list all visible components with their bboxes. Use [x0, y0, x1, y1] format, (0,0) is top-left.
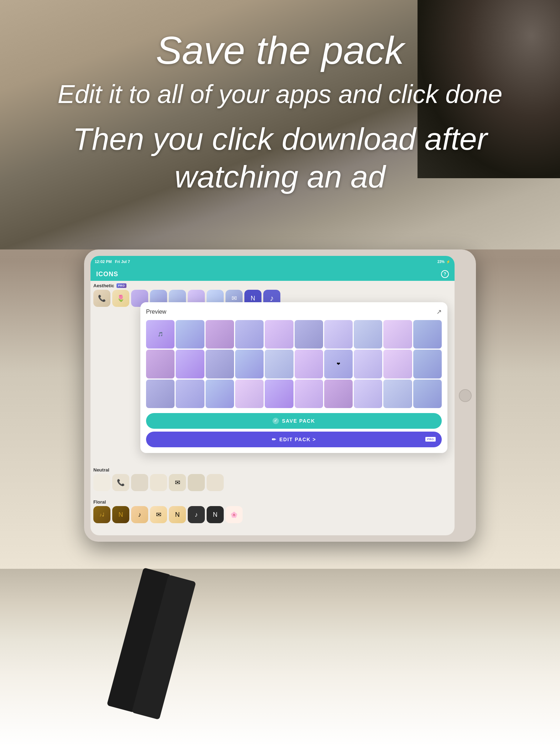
neutral-icon-4[interactable]	[150, 474, 167, 491]
checkmark-icon: ✓	[273, 418, 279, 424]
preview-icon-11[interactable]	[146, 350, 175, 378]
help-icon: ?	[444, 272, 446, 277]
preview-icon-3[interactable]	[206, 320, 234, 349]
save-pack-button[interactable]: ✓ SAVE PACK	[146, 413, 442, 429]
preview-icon-8[interactable]	[354, 320, 382, 349]
preview-icon-17[interactable]: ❤	[324, 350, 353, 378]
preview-icon-30[interactable]	[413, 380, 442, 408]
status-time-date: 12:02 PM Fri Jul 7	[95, 259, 130, 264]
pencil-icon: ✏	[272, 437, 277, 442]
preview-icon-16[interactable]	[295, 350, 323, 378]
status-right: 23% ⚡	[437, 260, 450, 264]
main-title: Save the pack	[21, 29, 539, 72]
floral-category-area: Floral ♪♩ N ♪ ✉ N ♪ N 🌸	[90, 498, 455, 525]
aesthetic-header: Aesthetic PRO	[93, 283, 452, 288]
preview-icon-21[interactable]	[146, 380, 175, 408]
edit-pack-label: EDIT PACK >	[279, 437, 316, 442]
floral-icon-8[interactable]: 🌸	[225, 506, 243, 523]
preview-icon-7[interactable]	[324, 320, 353, 349]
floral-icon-5[interactable]: N	[169, 506, 186, 523]
aesthetic-label: Aesthetic	[93, 283, 114, 288]
neutral-label: Neutral	[93, 467, 452, 473]
battery-percent: 23%	[437, 260, 445, 264]
neutral-icon-1[interactable]	[93, 474, 110, 491]
preview-icon-24[interactable]	[235, 380, 264, 408]
floral-icon-7[interactable]: N	[207, 506, 224, 523]
edit-pro-badge: PRO	[425, 437, 436, 442]
aesthetic-pro-badge: PRO	[116, 283, 127, 288]
neutral-pack-row: 📞 ✉	[93, 474, 452, 491]
floor-bg	[0, 569, 560, 747]
ipad-frame: 12:02 PM Fri Jul 7 23% ⚡ ICONS ?	[84, 249, 476, 542]
neutral-icon-5[interactable]: ✉	[169, 474, 186, 491]
floral-icon-6[interactable]: ♪	[188, 506, 205, 523]
floral-icon-4[interactable]: ✉	[150, 506, 167, 523]
save-pack-label: SAVE PACK	[282, 418, 315, 424]
preview-icon-4[interactable]	[235, 320, 264, 349]
preview-icon-18[interactable]	[354, 350, 382, 378]
ipad-screen: 12:02 PM Fri Jul 7 23% ⚡ ICONS ?	[90, 256, 455, 535]
preview-icon-25[interactable]	[265, 380, 293, 408]
preview-icon-28[interactable]	[354, 380, 382, 408]
neutral-icon-3[interactable]	[131, 474, 148, 491]
preview-icon-19[interactable]	[383, 350, 412, 378]
preview-icon-29[interactable]	[383, 380, 412, 408]
preview-icon-2[interactable]	[176, 320, 204, 349]
preview-title: Preview	[146, 309, 166, 315]
ipad-container: 12:02 PM Fri Jul 7 23% ⚡ ICONS ?	[84, 249, 476, 542]
neutral-category-area: Neutral 📞 ✉	[90, 466, 455, 493]
neutral-icon-2[interactable]: 📞	[112, 474, 129, 491]
app-bar-title: ICONS	[96, 271, 118, 278]
aesthetic-pack-item-1[interactable]: 📞	[93, 290, 110, 307]
preview-icon-23[interactable]	[206, 380, 234, 408]
floral-icon-2[interactable]: N	[112, 506, 129, 523]
preview-icon-10[interactable]	[413, 320, 442, 349]
status-time: 12:02 PM	[95, 259, 112, 264]
floral-icon-3[interactable]: ♪	[131, 506, 148, 523]
preview-icon-15[interactable]	[265, 350, 293, 378]
battery-icon: ⚡	[446, 260, 450, 264]
app-bar: ICONS ?	[90, 267, 455, 281]
status-bar: 12:02 PM Fri Jul 7 23% ⚡	[90, 256, 455, 267]
preview-icon-22[interactable]	[176, 380, 204, 408]
aesthetic-pack-item-2[interactable]: 🌷	[112, 290, 129, 307]
preview-icon-14[interactable]	[235, 350, 264, 378]
neutral-icon-6[interactable]	[188, 474, 205, 491]
overlay-text-container: Save the pack Edit it to all of your app…	[0, 0, 560, 210]
main-content: Aesthetic PRO 📞 🌷	[90, 281, 455, 535]
preview-modal: Preview ↗ 🎵	[140, 302, 447, 453]
preview-icon-27[interactable]	[324, 380, 353, 408]
preview-icon-20[interactable]	[413, 350, 442, 378]
status-date: Fri Jul 7	[115, 259, 130, 264]
preview-icon-26[interactable]	[295, 380, 323, 408]
share-button[interactable]: ↗	[436, 308, 442, 316]
preview-icon-9[interactable]	[383, 320, 412, 349]
ipad-home-button[interactable]	[459, 389, 472, 402]
preview-icon-13[interactable]	[206, 350, 234, 378]
preview-header: Preview ↗	[146, 308, 442, 316]
preview-icon-12[interactable]	[176, 350, 204, 378]
subtitle-text: Edit it to all of your apps and click do…	[21, 79, 539, 109]
floral-pack-row: ♪♩ N ♪ ✉ N ♪ N 🌸	[93, 506, 452, 523]
edit-pack-button[interactable]: ✏ EDIT PACK > PRO	[146, 432, 442, 447]
preview-icon-6[interactable]	[295, 320, 323, 349]
neutral-icon-7[interactable]	[207, 474, 224, 491]
preview-icon-5[interactable]	[265, 320, 293, 349]
help-button[interactable]: ?	[441, 270, 449, 278]
floral-label: Floral	[93, 499, 452, 505]
preview-icon-grid: 🎵	[146, 320, 442, 408]
preview-icon-1[interactable]: 🎵	[146, 320, 175, 349]
body-text: Then you click download after watching a…	[21, 120, 539, 195]
floral-icon-1[interactable]: ♪♩	[93, 506, 110, 523]
